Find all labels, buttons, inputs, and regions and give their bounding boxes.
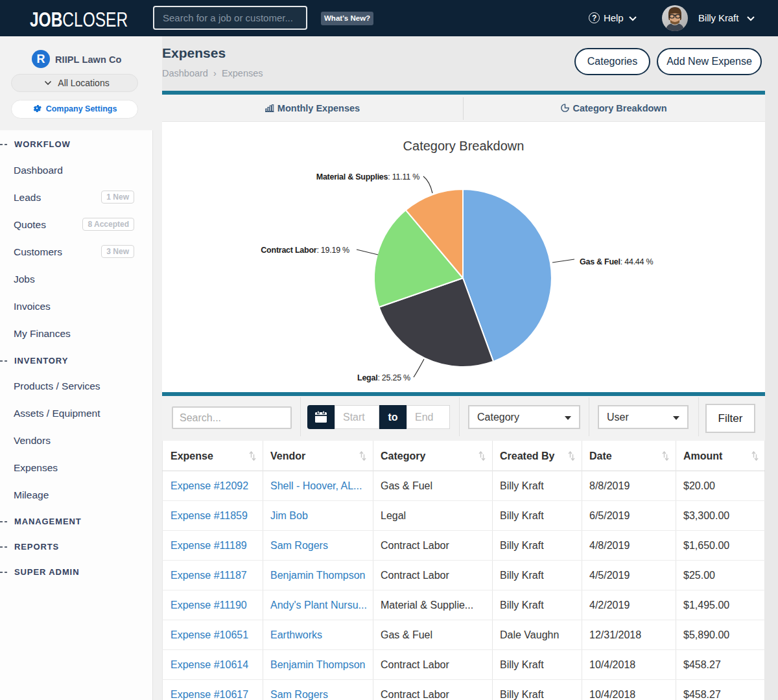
svg-text:Legal: 25.25 %: Legal: 25.25 %: [357, 373, 410, 382]
svg-text:Contract Labor: 19.19 %: Contract Labor: 19.19 %: [261, 246, 349, 255]
svg-text:Material & Supplies: 11.11 %: Material & Supplies: 11.11 %: [316, 172, 419, 181]
svg-text:Gas & Fuel: 44.44 %: Gas & Fuel: 44.44 %: [580, 257, 653, 266]
